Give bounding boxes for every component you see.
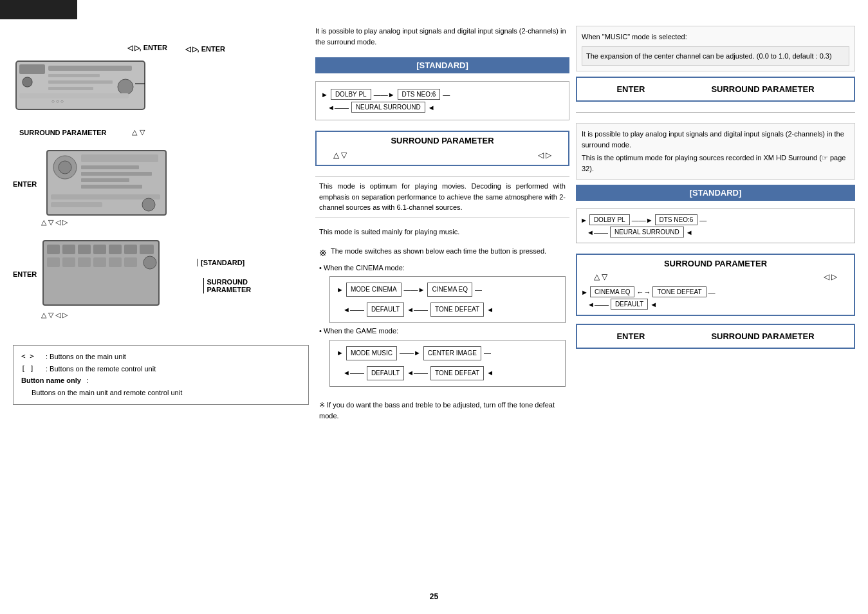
arrow-down-1: — — [443, 91, 450, 98]
arrow-g6: ◄ — [486, 367, 494, 379]
standard-label-3: [STANDARD] — [201, 259, 245, 266]
svg-rect-20 — [51, 202, 102, 207]
right-column: When "MUSIC" mode is selected: The expan… — [576, 13, 855, 601]
r-neural-box: NEURAL SURROUND — [610, 227, 684, 237]
enter-surround-row-2: ENTER SURROUND PARAMETER — [581, 329, 850, 344]
svg-rect-38 — [47, 279, 131, 284]
svg-rect-16 — [81, 172, 152, 176]
section1-arrow-label: ◁ ▷, ENTER — [185, 45, 225, 53]
right-intro-text-2: This is the optimum mode for playing sou… — [582, 153, 849, 174]
enter-label-3: ENTER — [13, 270, 37, 278]
right-lr-arrows: ◁ ▷ — [824, 272, 837, 281]
dts-neo-box: DTS NEO:6 — [398, 89, 441, 100]
note-asterisk: ※ — [319, 401, 325, 409]
svg-rect-31 — [62, 257, 75, 267]
svg-rect-25 — [78, 245, 91, 254]
svg-rect-27 — [109, 245, 122, 254]
mode-cinema-box: MODE CINEMA — [346, 283, 402, 297]
surround-param-section: SURROUND PARAMETER △ ▽ ◁ ▷ — [315, 131, 569, 166]
r-default-box: DEFAULT — [611, 299, 648, 310]
svg-rect-40 — [47, 296, 111, 301]
device-section-2: ENTER — [13, 149, 309, 227]
standard-flow-row1: ► DOLBY PL ——► DTS NEO:6 — — [321, 89, 564, 100]
enter-label-top: ◁ ▷, ENTER — [127, 44, 167, 52]
center-image-box: CENTER IMAGE — [423, 346, 481, 360]
legend-colon: : — [86, 375, 88, 387]
game-flow: ► MODE MUSIC ——► CENTER IMAGE — ◄—— DEFA… — [329, 340, 566, 387]
arrow-left-1: ◄—— — [328, 104, 349, 111]
surround-param-label-3: SURROUND — [207, 278, 251, 286]
arrow-c5: ◄—— — [407, 304, 428, 316]
arrow-g5: ◄—— — [407, 367, 428, 379]
svg-rect-26 — [93, 245, 106, 254]
right-standard-flow: ► DOLBY PL ——► DTS NEO:6 — ◄—— NEURAL SU… — [576, 209, 855, 243]
svg-rect-33 — [93, 257, 106, 267]
arrow-left-2: ◄ — [428, 104, 435, 111]
standard-flow: ► DOLBY PL ——► DTS NEO:6 — ◄—— NEURAL SU… — [315, 81, 569, 120]
game-flow-row2: ◄—— DEFAULT ◄—— TONE DEFEAT ◄ — [337, 366, 559, 380]
mode-music-box: MODE MUSIC — [346, 346, 397, 360]
music-mode-desc: The expansion of the center channel can … — [582, 46, 849, 66]
nav-arrows-2: △ ▽ ◁ ▷ — [41, 218, 309, 227]
r-arrow-4: ◄—— — [587, 228, 608, 236]
svg-rect-2 — [23, 77, 32, 87]
rp-arrow-2: ←→ — [636, 288, 651, 296]
when-game-label: • When the GAME mode: — [319, 326, 566, 337]
legend-text-1: : Buttons on the main unit — [46, 351, 126, 363]
legend-row-4: Buttons on the main unit and remote cont… — [21, 387, 300, 399]
legend-symbol-1: < > — [21, 351, 41, 363]
right-flow-row2: ◄—— NEURAL SURROUND ◄ — [580, 227, 851, 237]
svg-point-36 — [143, 256, 156, 269]
surround-param-label-3b: PARAMETER — [207, 286, 251, 293]
arrow-g1: ► — [337, 348, 344, 359]
legend-bold: Button name only — [21, 375, 81, 387]
svg-point-13 — [59, 161, 71, 174]
nav-arrows-1: △ ▽ — [132, 128, 144, 136]
svg-rect-14 — [81, 154, 158, 162]
enter-label-right-2: ENTER — [616, 331, 645, 341]
left-column: ◁ ▷, ENTER ○ ○ ○ ◁ ▷, ENT — [13, 13, 309, 601]
rp-arrow-5: ◄ — [650, 301, 657, 308]
tone-defeat-box-g: TONE DEFEAT — [430, 366, 484, 380]
surround-param-right-2: SURROUND PARAMETER — [711, 331, 814, 341]
svg-rect-3 — [48, 66, 132, 71]
note-text: If you do want the bass and treble to be… — [319, 401, 555, 420]
svg-point-21 — [142, 198, 155, 211]
device-section-3: ENTER — [13, 239, 309, 319]
arrows-row: △ ▽ ◁ ▷ — [320, 149, 564, 161]
enter-surround-row-1: ENTER SURROUND PARAMETER — [581, 82, 850, 97]
nav-arrows-3: △ ▽ ◁ ▷ — [41, 311, 309, 319]
svg-rect-35 — [124, 257, 137, 267]
default-box-g: DEFAULT — [367, 366, 404, 380]
receiver-drawing-2 — [46, 149, 168, 217]
left-right-arrows: ◁ ▷ — [538, 151, 551, 160]
right-arrows-row: △ ▽ ◁ ▷ — [581, 271, 850, 283]
svg-rect-19 — [51, 194, 160, 200]
r-arrow-2: ——► — [632, 216, 653, 224]
music-mode-section: When "MUSIC" mode is selected: The expan… — [576, 26, 855, 71]
enter-surround-1: ENTER SURROUND PARAMETER — [576, 77, 855, 102]
legend-text-4: Buttons on the main unit and remote cont… — [32, 389, 182, 396]
cinema-description: This mode is optimum for playing movies.… — [315, 176, 569, 218]
mid-intro-text: It is possible to play analog input sign… — [315, 26, 569, 47]
up-down-arrows: △ ▽ — [333, 151, 347, 160]
svg-rect-18 — [81, 185, 142, 189]
music-mode-header: When "MUSIC" mode is selected: — [582, 32, 849, 42]
r-arrow-1: ► — [580, 216, 587, 224]
arrow-c3: — — [475, 284, 482, 296]
music-description: This mode is suited mainly for playing m… — [315, 225, 569, 238]
rp-arrow-1: ► — [581, 288, 588, 296]
receiver-drawing-1: ○ ○ ○ — [13, 58, 148, 113]
device-section-1: ◁ ▷, ENTER ○ ○ ○ ◁ ▷, ENT — [13, 58, 309, 114]
svg-rect-15 — [81, 165, 139, 169]
divider-1 — [576, 112, 855, 113]
legend-symbol-2: [ ] — [21, 363, 41, 375]
standard-flow-row2: ◄—— NEURAL SURROUND ◄ — [321, 102, 564, 113]
game-flow-row1: ► MODE MUSIC ——► CENTER IMAGE — — [337, 346, 559, 360]
arrow-g2: ——► — [400, 348, 421, 359]
arrow-c2: ——► — [404, 284, 425, 296]
note-section: ※ If you do want the bass and treble to … — [315, 397, 569, 423]
cinema-flow-row2: ◄—— DEFAULT ◄—— TONE DEFEAT ◄ — [337, 302, 559, 317]
right-intro-text-1: It is possible to play analog input sign… — [582, 129, 849, 150]
svg-point-7 — [118, 79, 133, 95]
